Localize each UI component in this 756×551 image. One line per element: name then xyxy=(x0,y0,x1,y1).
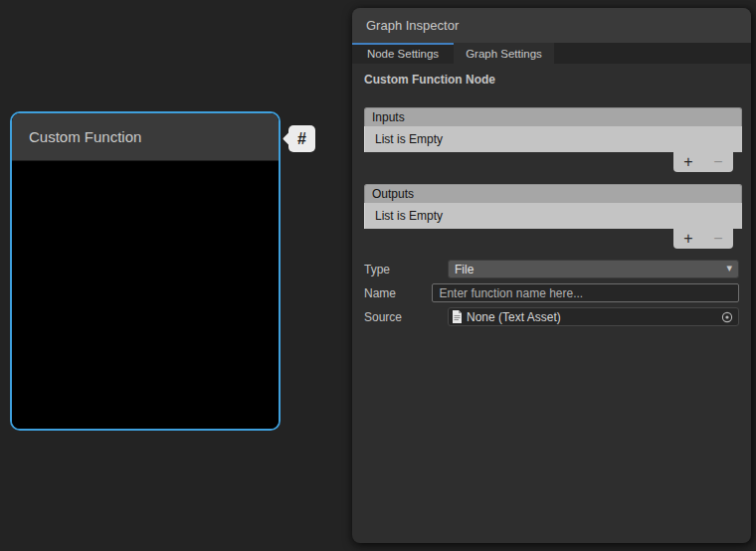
tab-node-settings[interactable]: Node Settings xyxy=(352,43,454,64)
add-icon: + xyxy=(683,230,692,247)
node-settings-form: Type File ▾ Name Source None (Text Asset… xyxy=(364,260,739,331)
inputs-list-empty-row: List is Empty xyxy=(364,126,742,152)
name-label: Name xyxy=(364,286,432,300)
type-dropdown[interactable]: File ▾ xyxy=(448,260,739,278)
inputs-add-button[interactable]: + xyxy=(676,153,701,171)
panel-title: Graph Inspector xyxy=(352,8,751,43)
graph-inspector-panel: Graph Inspector Node Settings Graph Sett… xyxy=(352,8,751,543)
source-label: Source xyxy=(364,310,448,324)
outputs-add-button[interactable]: + xyxy=(676,230,701,248)
node-preview-body xyxy=(12,161,279,431)
add-icon: + xyxy=(683,153,692,170)
inputs-list: Inputs List is Empty + − xyxy=(364,107,742,173)
inputs-remove-button[interactable]: − xyxy=(706,153,731,171)
outputs-list: Outputs List is Empty + − xyxy=(364,184,742,250)
custom-function-node[interactable]: Custom Function xyxy=(10,111,281,431)
source-row: Source None (Text Asset) xyxy=(364,307,739,326)
object-picker-icon[interactable] xyxy=(721,311,733,323)
hash-icon: # xyxy=(297,130,306,147)
name-row: Name xyxy=(364,283,739,302)
type-row: Type File ▾ xyxy=(364,260,739,278)
text-asset-icon xyxy=(452,310,463,323)
tab-graph-settings[interactable]: Graph Settings xyxy=(454,43,554,64)
remove-icon: − xyxy=(713,230,722,247)
outputs-remove-button[interactable]: − xyxy=(706,230,731,248)
source-value: None (Text Asset) xyxy=(467,310,721,324)
section-title: Custom Function Node xyxy=(364,73,495,87)
function-name-input[interactable] xyxy=(432,283,739,302)
inputs-list-header: Inputs xyxy=(364,107,742,126)
node-hash-badge[interactable]: # xyxy=(288,125,315,152)
outputs-list-header: Outputs xyxy=(364,184,742,203)
remove-icon: − xyxy=(713,153,722,170)
outputs-list-empty-row: List is Empty xyxy=(364,203,742,229)
type-label: Type xyxy=(364,263,448,276)
outputs-list-footer: + − xyxy=(364,229,742,250)
chevron-down-icon: ▾ xyxy=(726,262,732,275)
inputs-list-footer: + − xyxy=(364,152,742,173)
inspector-tabbar: Node Settings Graph Settings xyxy=(352,43,751,64)
type-dropdown-value: File xyxy=(455,263,473,276)
node-title[interactable]: Custom Function xyxy=(12,113,279,161)
source-object-field[interactable]: None (Text Asset) xyxy=(448,307,739,326)
